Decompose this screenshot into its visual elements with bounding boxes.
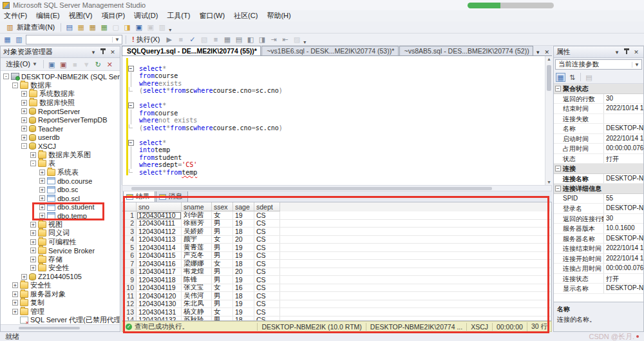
new-text-page-icon[interactable]: ▤ — [64, 23, 74, 32]
copy-icon[interactable]: ▢ — [111, 23, 120, 32]
editor-hscrollbar[interactable] — [122, 185, 552, 191]
editor-vscrollbar[interactable]: ▲ ▼ — [545, 56, 552, 185]
grid-cell[interactable]: 18 — [233, 260, 254, 268]
grid-cell[interactable]: 苏秋聆 — [182, 317, 212, 322]
code-line[interactable]: into temp — [122, 146, 544, 154]
grid-cell[interactable]: 女 — [212, 284, 233, 293]
grid-cell[interactable]: 刘华茜 — [182, 211, 212, 220]
row-number[interactable]: 9 — [122, 276, 137, 284]
expander-icon[interactable]: + — [21, 108, 27, 114]
grid-cell[interactable]: 19 — [233, 220, 254, 228]
tree-item--[interactable]: +数据库关系图 — [1, 151, 120, 160]
code-line[interactable]: select * from temp — [122, 169, 544, 177]
collapse-minus-icon[interactable]: − — [555, 186, 561, 191]
tree-item--[interactable]: +数据库快照 — [1, 99, 120, 108]
grid-cell[interactable]: 1204304132 — [137, 317, 182, 322]
grid-cell[interactable]: 1204304131 — [137, 308, 182, 317]
grid-cell[interactable]: 张文宝 — [182, 284, 212, 293]
new-database-icon[interactable]: ▦ — [76, 23, 86, 32]
auto-hide-pin-icon[interactable] — [626, 50, 627, 54]
tree-item--[interactable]: +服务器对象 — [1, 290, 120, 299]
tree-item--[interactable]: +安全性 — [1, 281, 120, 290]
row-number[interactable]: 12 — [122, 300, 137, 309]
property-value[interactable]: DESKTOP-NBME2IK — [604, 124, 643, 133]
row-number[interactable]: 1 — [122, 211, 137, 220]
row-number[interactable]: 4 — [122, 236, 137, 244]
template-params-icon[interactable]: ▨ — [292, 35, 301, 44]
property-value[interactable]: DESKTOP-NBME2IK — [604, 234, 643, 244]
tree-item--[interactable]: +视图 — [1, 220, 120, 229]
grid-cell[interactable]: 男 — [212, 317, 233, 322]
property-value[interactable]: 2022/10/14 15:29:37 — [604, 244, 643, 253]
property-pages-icon[interactable]: ▤ — [584, 73, 594, 82]
uncomment-icon[interactable]: ◨ — [257, 35, 267, 44]
row-number[interactable]: 3 — [122, 228, 137, 236]
sql-editor[interactable]: −select *from coursewhere exists(select … — [122, 56, 552, 185]
grid-cell[interactable]: CS — [254, 252, 280, 260]
row-number[interactable]: 7 — [122, 260, 137, 268]
grid-cell[interactable]: 1204304116 — [137, 260, 182, 268]
grid-cell[interactable]: 严克冬 — [182, 252, 212, 260]
tree-item--[interactable]: +安全性 — [1, 264, 120, 273]
expander-icon[interactable]: + — [21, 126, 27, 132]
code-line[interactable]: −select * — [122, 65, 544, 73]
property-row[interactable]: 连接名称DESKTOP-NBME2IK — [554, 174, 643, 184]
expander-icon[interactable]: + — [12, 300, 18, 306]
property-row[interactable]: 状态打开 — [554, 154, 643, 164]
row-number[interactable]: 10 — [122, 284, 137, 293]
scroll-up-icon[interactable]: ▲ — [545, 57, 552, 61]
grid-cell[interactable]: 18 — [233, 317, 254, 322]
tree-item-sql-server-xp-[interactable]: SQL Server 代理(已禁用代理 XP) — [1, 316, 120, 324]
delete-icon[interactable]: ✕ — [105, 60, 115, 69]
tab-results[interactable]: 结果 — [123, 191, 155, 202]
scroll-down-icon[interactable]: ▼ — [545, 180, 552, 184]
expander-icon[interactable]: + — [21, 117, 27, 123]
property-row[interactable]: 占用时间00:00:00.076 — [554, 144, 643, 154]
tree-item-desktop-nbme2ik-sql-server-10.0.160[interactable]: -DESKTOP-NBME2IK (SQL Server 10.0.160 — [1, 72, 120, 81]
code-line[interactable]: from student — [122, 154, 544, 162]
grid-cell[interactable]: 黄青莲 — [182, 244, 212, 252]
property-row[interactable]: 连接状态打开 — [554, 274, 643, 284]
scrollbar-thumb[interactable] — [547, 65, 551, 91]
tree-item--[interactable]: -表 — [1, 159, 120, 168]
grid-cell[interactable]: CS — [254, 268, 280, 277]
menu-item[interactable]: 帮助(H) — [267, 11, 290, 21]
row-number[interactable]: 5 — [122, 244, 137, 252]
grid-cell[interactable]: 1204304111 — [137, 220, 182, 228]
grid-cell[interactable]: 男 — [212, 292, 233, 300]
grid-cell[interactable]: 20 — [233, 268, 254, 277]
expander-icon[interactable]: + — [39, 213, 45, 219]
menu-item[interactable]: 社区(C) — [234, 11, 258, 21]
grid-cell[interactable]: 19 — [233, 276, 254, 284]
tree-item--[interactable]: +管理 — [1, 307, 120, 317]
close-document-icon[interactable]: ✕ — [542, 49, 552, 55]
property-value[interactable]: 10.0.1600 — [604, 224, 643, 233]
tree-item-dbo.student[interactable]: +dbo.student — [1, 203, 120, 212]
grid-cell[interactable]: CS — [254, 228, 280, 236]
expander-icon[interactable]: + — [30, 265, 36, 271]
grid-cell[interactable]: 杨文静 — [182, 308, 212, 317]
expander-icon[interactable]: + — [21, 91, 27, 97]
alphabetical-sort-icon[interactable]: ⇅ — [567, 73, 577, 82]
indent-icon[interactable]: ⇥ — [269, 35, 278, 44]
object-explorer-hscrollbar[interactable] — [1, 324, 120, 331]
property-value[interactable]: 30 — [604, 94, 643, 104]
filter-icon[interactable]: ▼ — [82, 60, 91, 69]
expander-icon[interactable]: + — [21, 274, 27, 280]
editor-tab-1[interactable]: SQLQuery1.sql - DE...ME2IK\20774 (55))* — [122, 46, 261, 55]
grid-cell[interactable]: 1204304117 — [137, 268, 182, 277]
grid-cell[interactable]: 18 — [233, 228, 254, 236]
column-header-sage[interactable]: sage — [233, 202, 254, 211]
specify-values-icon[interactable]: ▧ — [199, 35, 209, 44]
expander-icon[interactable]: + — [21, 135, 27, 141]
grid-cell[interactable]: CS — [254, 211, 280, 220]
property-row[interactable]: 名称DESKTOP-NBME2IK — [554, 124, 643, 134]
expander-icon[interactable]: + — [12, 291, 18, 297]
expander-icon[interactable]: - — [21, 143, 27, 149]
categorized-icon[interactable]: ▦ — [556, 73, 565, 82]
menu-item[interactable]: 工具(T) — [167, 11, 190, 21]
save-all-icon[interactable]: ▣ — [146, 23, 155, 32]
grid-cell[interactable]: 韦龙煌 — [182, 268, 212, 277]
tree-item-reportserver[interactable]: +ReportServer — [1, 107, 120, 116]
tree-item--[interactable]: +系统数据库 — [1, 90, 120, 99]
